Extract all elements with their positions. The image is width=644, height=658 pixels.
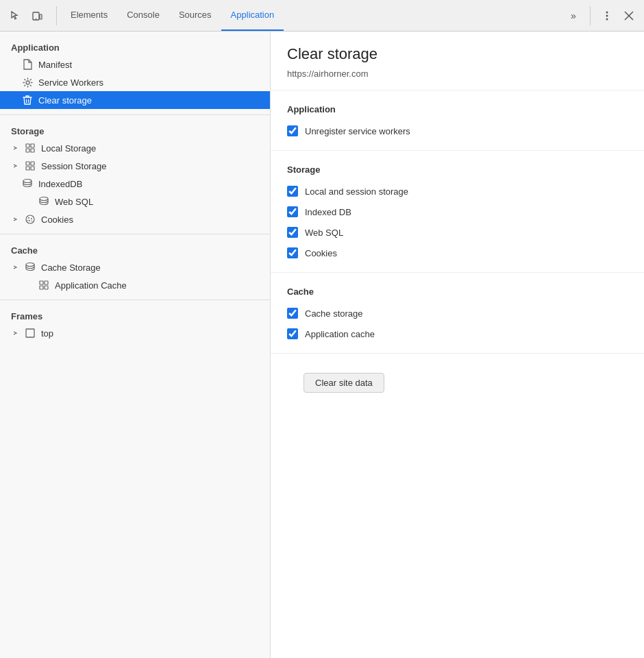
db-icon	[22, 178, 33, 189]
svg-point-20	[40, 197, 48, 201]
page-title: Clear storage	[287, 45, 628, 63]
storage-section-title: Storage	[287, 164, 628, 175]
more-tabs-button[interactable]: »	[564, 6, 583, 25]
sidebar-item-local-storage-label: Local Storage	[41, 143, 96, 154]
checkbox-local-session-storage[interactable]	[287, 186, 298, 197]
storage-section: Storage Local and session storage Indexe…	[271, 151, 644, 273]
sidebar-sep-1	[0, 114, 270, 115]
checkbox-cache-storage[interactable]	[287, 308, 298, 319]
tab-elements[interactable]: Elements	[61, 0, 117, 31]
db-icon-websql	[38, 196, 49, 207]
checkbox-unregister-sw[interactable]	[287, 125, 298, 136]
svg-rect-17	[26, 167, 29, 170]
sidebar-item-top-label: top	[41, 328, 53, 339]
expand-arrow-icon-cache	[11, 263, 19, 271]
expand-arrow-icon-session	[11, 162, 19, 170]
sidebar-item-application-cache[interactable]: Application Cache	[0, 276, 270, 294]
checkbox-row-application-cache: Application cache	[287, 328, 628, 339]
svg-rect-29	[45, 281, 48, 284]
db-icon-cache	[25, 262, 36, 273]
application-section-title: Application	[287, 104, 628, 114]
sidebar-item-session-storage-label: Session Storage	[41, 161, 106, 171]
checkbox-web-sql[interactable]	[287, 227, 298, 238]
svg-point-19	[23, 180, 32, 183]
svg-rect-16	[31, 162, 34, 165]
grid-icon	[25, 143, 36, 154]
checkbox-cookies[interactable]	[287, 247, 298, 258]
grid-icon-appcache	[38, 280, 49, 291]
sidebar-item-web-sql[interactable]: Web SQL	[0, 193, 270, 210]
sidebar-item-clear-storage-label: Clear storage	[38, 95, 92, 106]
close-devtools-button[interactable]	[619, 6, 639, 25]
cursor-icon-button[interactable]	[5, 6, 25, 25]
sidebar-section-application: Application	[0, 37, 270, 56]
content-panel: Clear storage https://airhorner.com Appl…	[271, 32, 644, 658]
sidebar-sep-3	[0, 300, 270, 300]
sidebar-item-session-storage[interactable]: Session Storage	[0, 157, 270, 175]
more-options-button[interactable]	[597, 6, 617, 25]
sidebar-item-local-storage[interactable]: Local Storage	[0, 139, 270, 157]
frame-icon	[25, 328, 36, 339]
device-toggle-button[interactable]	[27, 6, 47, 25]
toolbar-right-divider	[590, 6, 591, 25]
devtools-toolbar: Elements Console Sources Application »	[0, 0, 644, 32]
sidebar-item-cache-storage[interactable]: Cache Storage	[0, 258, 270, 276]
svg-point-2	[36, 18, 36, 19]
sidebar: Application Manifest Service Workers	[0, 32, 271, 658]
sidebar-item-cache-storage-label: Cache Storage	[41, 263, 101, 273]
sidebar-sep-2	[0, 234, 270, 234]
svg-point-26	[27, 220, 29, 221]
tab-console[interactable]: Console	[117, 0, 169, 31]
more-chevron-icon: »	[571, 10, 576, 21]
checkbox-label-cookies: Cookies	[305, 248, 337, 258]
gear-icon	[22, 77, 33, 88]
svg-rect-14	[31, 149, 34, 152]
checkbox-label-indexed-db: Indexed DB	[305, 207, 351, 217]
checkbox-label-unregister-sw: Unregister service workers	[305, 126, 410, 136]
main-area: Application Manifest Service Workers	[0, 32, 644, 658]
cache-section-title: Cache	[287, 287, 628, 297]
checkbox-label-web-sql: Web SQL	[305, 228, 343, 238]
svg-rect-32	[26, 329, 34, 337]
svg-point-8	[26, 81, 29, 84]
grid-icon-session	[25, 160, 36, 171]
checkbox-indexed-db[interactable]	[287, 206, 298, 217]
toolbar-left-icons	[5, 6, 47, 25]
clear-site-data-button[interactable]: Clear site data	[304, 373, 384, 393]
expand-arrow-icon	[11, 144, 19, 152]
sidebar-item-top[interactable]: top	[0, 324, 270, 342]
tab-sources[interactable]: Sources	[169, 0, 221, 31]
svg-rect-12	[31, 144, 34, 147]
svg-point-25	[32, 221, 33, 222]
svg-rect-13	[26, 149, 29, 152]
svg-point-4	[606, 14, 608, 16]
sidebar-item-service-workers-label: Service Workers	[38, 77, 103, 88]
tab-application[interactable]: Application	[221, 0, 284, 31]
cache-section: Cache Cache storage Application cache	[271, 273, 644, 354]
checkbox-label-local-session: Local and session storage	[305, 186, 408, 197]
expand-arrow-icon-cookies	[11, 215, 19, 223]
sidebar-item-cookies[interactable]: Cookies	[0, 210, 270, 228]
application-section: Application Unregister service workers	[271, 90, 644, 151]
svg-rect-11	[26, 144, 29, 147]
cookie-icon	[25, 214, 36, 225]
sidebar-item-clear-storage[interactable]: Clear storage	[0, 91, 270, 109]
checkbox-row-cache-storage: Cache storage	[287, 308, 628, 319]
sidebar-item-manifest[interactable]: Manifest	[0, 56, 270, 73]
trash-icon	[22, 95, 33, 106]
sidebar-section-storage: Storage	[0, 121, 270, 139]
svg-rect-28	[40, 281, 43, 284]
svg-rect-30	[40, 286, 43, 289]
sidebar-item-web-sql-label: Web SQL	[55, 197, 93, 207]
sidebar-item-service-workers[interactable]: Service Workers	[0, 73, 270, 91]
checkbox-row-cookies: Cookies	[287, 247, 628, 258]
checkbox-application-cache[interactable]	[287, 328, 298, 339]
svg-point-5	[606, 18, 608, 20]
more-vert-icon	[606, 10, 608, 21]
sidebar-item-indexeddb-label: IndexedDB	[38, 179, 82, 189]
close-icon	[624, 11, 634, 21]
sidebar-item-indexeddb[interactable]: IndexedDB	[0, 175, 270, 193]
sidebar-section-cache: Cache	[0, 240, 270, 258]
svg-point-23	[31, 218, 32, 219]
content-header: Clear storage https://airhorner.com	[271, 32, 644, 90]
